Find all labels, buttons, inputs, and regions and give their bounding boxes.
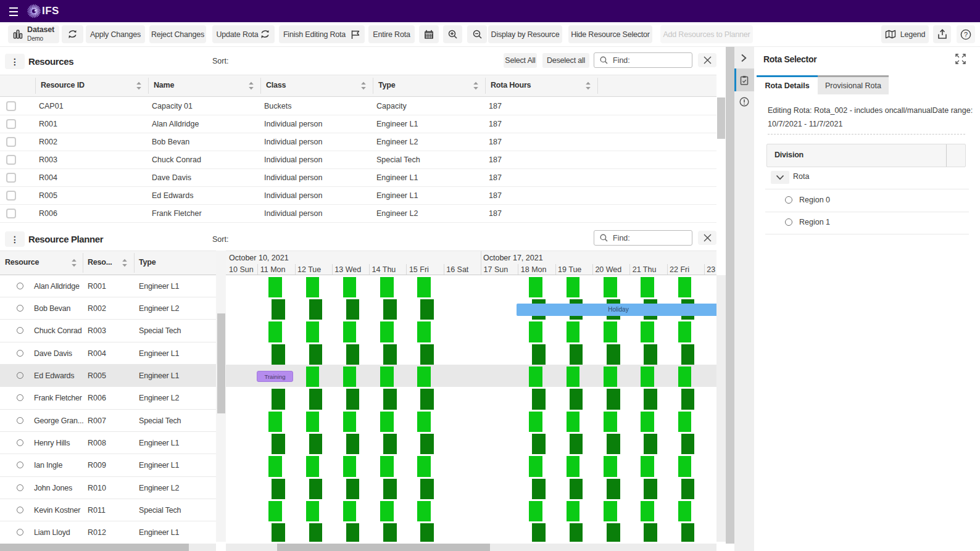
svg-text:?: ? <box>964 31 968 38</box>
